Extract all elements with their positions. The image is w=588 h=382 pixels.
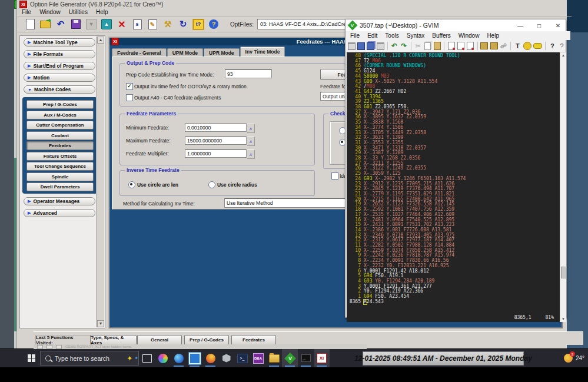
save-icon[interactable] bbox=[357, 42, 365, 51]
open-file-icon[interactable] bbox=[39, 18, 51, 30]
gvim-scrollbar[interactable]: ▲ ▼ bbox=[560, 52, 566, 322]
taskbar-edge-icon[interactable] bbox=[171, 349, 187, 367]
visited-button-prep-g-codes[interactable]: Prep / G-Codes bbox=[184, 335, 229, 345]
taskbar-firefox-icon[interactable] bbox=[202, 349, 218, 367]
save-all-icon[interactable] bbox=[367, 42, 374, 51]
sidebar-subitem-tool-change-sequence[interactable]: Tool Change Sequence bbox=[26, 162, 94, 171]
visited-button-type-specs-axes[interactable]: Type, Specs, & Axes bbox=[90, 335, 137, 345]
tab-feedrate-general[interactable]: Feedrate - General bbox=[112, 48, 167, 57]
find-next-icon[interactable] bbox=[457, 42, 464, 51]
sidebar-scrollbar[interactable]: ▲ ▼ bbox=[96, 36, 104, 327]
gvim-menu-window[interactable]: Window bbox=[459, 32, 480, 39]
tag-jump-icon[interactable] bbox=[533, 42, 542, 51]
gvim-menu-tools[interactable]: Tools bbox=[385, 32, 398, 39]
taskbar-search[interactable]: Type here to search ✦ ✦ bbox=[40, 351, 139, 366]
a40-checkbox[interactable] bbox=[126, 94, 133, 101]
param-input-maximum-feedrate[interactable]: 15000.0000000 bbox=[185, 137, 247, 145]
maximize-icon[interactable]: □ bbox=[531, 20, 547, 31]
taskbar-file-explorer-icon[interactable] bbox=[266, 349, 282, 367]
gvim-menu-edit[interactable]: Edit bbox=[367, 32, 377, 39]
copy-icon[interactable] bbox=[424, 42, 431, 51]
sidebar-subitem-spindle[interactable]: Spindle bbox=[26, 172, 94, 181]
identify-block-checkbox[interactable] bbox=[331, 172, 338, 180]
revert-icon[interactable]: ↶ bbox=[55, 18, 67, 30]
taskbar-task-view-icon[interactable] bbox=[139, 349, 155, 367]
sidebar-item-start-end-of-program[interactable]: ▶Start/End of Program bbox=[24, 62, 95, 70]
taskbar-option-file-generator-icon[interactable]: XI bbox=[314, 349, 330, 367]
taskbar-weather[interactable]: 2 24° bbox=[564, 354, 584, 363]
menu-window[interactable]: Window bbox=[39, 9, 61, 15]
sidebar-subitem-cutter-compensation[interactable]: Cutter Compensation bbox=[26, 121, 94, 129]
sidebar-subitem-prep-g-codes[interactable]: Prep / G-Codes bbox=[26, 100, 94, 109]
goto-feed-checkbox[interactable]: ✓ bbox=[126, 83, 133, 90]
scrollbar-thumb[interactable] bbox=[561, 267, 567, 278]
delete-icon[interactable]: ✕ bbox=[116, 18, 128, 30]
gvim-menu-buffers[interactable]: Buffers bbox=[432, 32, 451, 39]
find-help-icon[interactable]: ? bbox=[558, 42, 566, 51]
scroll-up-icon[interactable]: ▲ bbox=[97, 36, 104, 44]
sidebar-subitem-coolant[interactable]: Coolant bbox=[26, 131, 94, 140]
circle-arc-radio[interactable] bbox=[128, 181, 135, 188]
find-icon[interactable] bbox=[447, 42, 455, 51]
start-button[interactable] bbox=[24, 351, 39, 366]
taskbar-clock[interactable]: 12-01-2025 08:49:51 AM - December 01, 20… bbox=[363, 351, 524, 366]
save-session-icon[interactable] bbox=[490, 42, 498, 51]
sidebar-subitem-dwell-parameters[interactable]: Dwell Parameters bbox=[26, 182, 94, 191]
taskbar-powershell-icon[interactable]: >_ bbox=[234, 349, 250, 367]
visited-button-general[interactable]: General bbox=[137, 335, 182, 345]
app-titlebar[interactable]: XI Option File Generator (V6.8 P20p4-J21… bbox=[17, 0, 567, 8]
run-script-icon[interactable]: ☍ bbox=[500, 42, 507, 51]
taskbar-terminal-icon[interactable]: _ bbox=[298, 349, 314, 367]
redo-icon[interactable]: ↷ bbox=[400, 42, 408, 51]
menu-utilities[interactable]: Utilities bbox=[69, 9, 88, 15]
cut-icon[interactable]: ✂ bbox=[414, 42, 422, 51]
undo-icon[interactable]: ↶ bbox=[391, 42, 398, 51]
paste-icon[interactable] bbox=[433, 42, 441, 51]
tab-inv-time-mode[interactable]: Inv Time Mode bbox=[240, 46, 285, 57]
param-spinner[interactable]: x bbox=[247, 137, 255, 146]
load-session-icon[interactable] bbox=[480, 42, 488, 51]
gvim-titlebar[interactable]: V 3507.tap (~\Desktop) - GVIM — □ ✕ bbox=[346, 19, 566, 31]
param-spinner[interactable]: x bbox=[247, 150, 255, 159]
gvim-menu-help[interactable]: Help bbox=[487, 32, 499, 39]
script-icon[interactable]: s bbox=[131, 18, 143, 30]
new-file-icon[interactable] bbox=[24, 18, 36, 30]
scroll-down-icon[interactable]: ▼ bbox=[560, 316, 566, 322]
param-spinner[interactable]: x bbox=[247, 124, 255, 133]
scroll-down-icon[interactable]: ▼ bbox=[97, 320, 104, 327]
taskbar-gvim-icon[interactable]: V bbox=[282, 349, 298, 367]
prep-code-input[interactable]: 93 bbox=[225, 69, 272, 78]
gvim-menu-file[interactable]: File bbox=[350, 32, 360, 39]
close-icon[interactable]: ✕ bbox=[550, 20, 566, 31]
sidebar-subitem-aux-m-codes[interactable]: Aux / M-Codes bbox=[26, 111, 94, 119]
menu-file[interactable]: File bbox=[22, 9, 31, 15]
sidebar-item-machine-codes[interactable]: ▼ Machine Codes bbox=[24, 85, 95, 94]
visited-button-feedrates[interactable]: Feedrates bbox=[231, 335, 276, 345]
param-input-minimum-feedrate[interactable]: 0.0010000 bbox=[185, 124, 247, 132]
taskbar-dba-icon[interactable]: DBA bbox=[250, 349, 266, 367]
sidebar-subitem-fixture-offsets[interactable]: Fixture Offsets bbox=[26, 152, 94, 161]
sidebar-item-advanced[interactable]: ▶Advanced bbox=[24, 209, 95, 217]
minimize-icon[interactable]: — bbox=[513, 20, 528, 31]
sidebar-item-file-formats[interactable]: ▶File Formats bbox=[24, 50, 95, 58]
sidebar-item-machine-tool-type[interactable]: ▶Machine Tool Type bbox=[24, 38, 95, 46]
param-input-feedrate-multiplier[interactable]: 1.0000000 bbox=[185, 150, 247, 158]
help-icon[interactable]: ? bbox=[549, 42, 556, 51]
help-icon[interactable]: ? bbox=[208, 18, 220, 30]
circle-radius-radio[interactable] bbox=[208, 181, 215, 188]
tab-upm-mode[interactable]: UPM Mode bbox=[167, 48, 203, 57]
print-icon[interactable] bbox=[376, 42, 384, 51]
taskbar-blue-app-icon[interactable] bbox=[187, 349, 202, 367]
gvim-text-area[interactable]: 48(SPECIAL .120 R CORNER ROUND TOOL)47T2… bbox=[347, 52, 560, 315]
tab-upr-mode[interactable]: UPR Mode bbox=[204, 48, 240, 57]
make-icon[interactable]: T bbox=[514, 42, 521, 51]
sidebar-item-operator-messages[interactable]: ▶Operator Messages bbox=[24, 197, 95, 205]
find-prev-icon[interactable] bbox=[466, 42, 474, 51]
refresh-icon[interactable]: ↻ bbox=[177, 18, 189, 30]
gvim-menu-syntax[interactable]: Syntax bbox=[407, 32, 425, 39]
edit-doc-icon[interactable]: ✎ bbox=[147, 18, 158, 30]
build-tags-icon[interactable] bbox=[523, 42, 531, 51]
scroll-up-icon[interactable]: ▲ bbox=[560, 52, 566, 58]
taskbar-copilot-icon[interactable] bbox=[155, 349, 171, 367]
taskbar-package-icon[interactable] bbox=[218, 349, 234, 367]
